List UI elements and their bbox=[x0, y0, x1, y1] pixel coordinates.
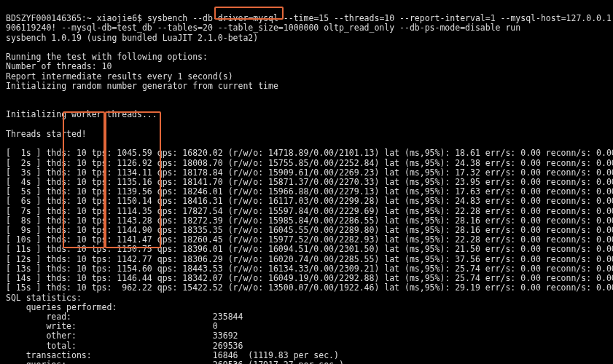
command-line-2-right: ps-mode=disable run bbox=[425, 23, 521, 33]
run-header: Running the test with following options:… bbox=[6, 52, 278, 139]
sysbench-version: sysbench 1.0.19 (using bundled LuaJIT 2.… bbox=[6, 33, 258, 43]
prompt-path: ~ bbox=[87, 13, 92, 23]
command-line-1: $ sysbench --db-driver=mysql --time=15 -… bbox=[137, 13, 613, 23]
prompt-host: BDSZYF000146365 bbox=[6, 13, 82, 23]
terminal[interactable]: BDSZYF000146365:~ xiaojie6$ sysbench --d… bbox=[0, 0, 613, 364]
interval-rows: [ 1s ] thds: 10 tps: 1045.59 qps: 16820.… bbox=[6, 148, 613, 293]
command-line-2-boxed: oltp_read_only --db- bbox=[319, 23, 424, 33]
sql-statistics: SQL statistics: queries performed: read:… bbox=[6, 293, 344, 364]
prompt-user: xiaojie6 bbox=[97, 13, 137, 23]
command-line-2-left: 906119240! --mysql-db=test_db --tables=2… bbox=[6, 23, 319, 33]
